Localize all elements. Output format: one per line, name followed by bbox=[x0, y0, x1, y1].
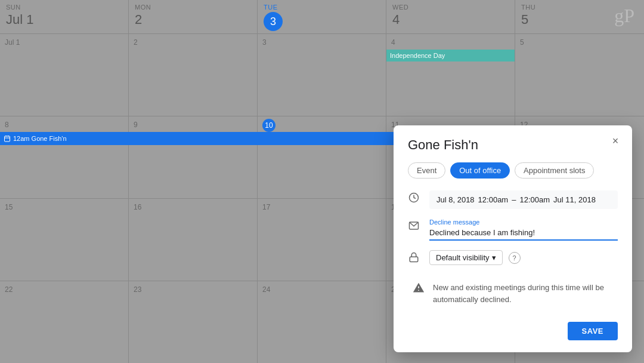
lock-icon bbox=[408, 251, 420, 263]
dash: – bbox=[512, 195, 516, 204]
date-time-row: Jul 8, 2018 12:00am – 12:00am Jul 11, 20… bbox=[408, 190, 618, 209]
event-modal: × Gone Fish'n Event Out of office Appoin… bbox=[394, 125, 632, 352]
chevron-down-icon: ▾ bbox=[492, 253, 496, 262]
visibility-row: Default visibility ▾ ? bbox=[408, 250, 618, 265]
help-icon[interactable]: ? bbox=[509, 252, 521, 264]
date-start: Jul 8, 2018 bbox=[436, 195, 475, 204]
visibility-controls: Default visibility ▾ ? bbox=[429, 250, 521, 265]
decline-message-field: Decline message bbox=[429, 219, 618, 241]
tab-appointment-slots[interactable]: Appointment slots bbox=[515, 162, 594, 179]
clock-icon bbox=[408, 192, 420, 204]
date-end: Jul 11, 2018 bbox=[553, 195, 596, 204]
warning-icon bbox=[413, 282, 425, 294]
modal-title: Gone Fish'n bbox=[408, 137, 618, 153]
tab-out-of-office[interactable]: Out of office bbox=[450, 162, 510, 179]
date-range-display[interactable]: Jul 8, 2018 12:00am – 12:00am Jul 11, 20… bbox=[429, 190, 618, 209]
tab-event[interactable]: Event bbox=[408, 162, 445, 179]
time-start: 12:00am bbox=[478, 195, 509, 204]
warning-text: New and existing meetings during this ti… bbox=[433, 282, 613, 305]
visibility-label: Default visibility bbox=[436, 253, 490, 262]
visibility-dropdown[interactable]: Default visibility ▾ bbox=[429, 250, 503, 265]
save-button[interactable]: SAVE bbox=[568, 322, 618, 340]
modal-close-button[interactable]: × bbox=[607, 133, 624, 149]
decline-input[interactable] bbox=[429, 228, 618, 241]
time-end: 12:00am bbox=[519, 195, 550, 204]
modal-overlay: × Gone Fish'n Event Out of office Appoin… bbox=[0, 0, 644, 363]
modal-footer: SAVE bbox=[408, 322, 618, 340]
svg-rect-6 bbox=[410, 257, 418, 262]
svg-point-8 bbox=[418, 290, 419, 291]
email-icon bbox=[408, 220, 420, 232]
decline-label: Decline message bbox=[429, 219, 618, 226]
event-type-tabs: Event Out of office Appointment slots bbox=[408, 162, 618, 179]
decline-message-row: Decline message bbox=[408, 219, 618, 241]
warning-row: New and existing meetings during this ti… bbox=[408, 275, 618, 312]
